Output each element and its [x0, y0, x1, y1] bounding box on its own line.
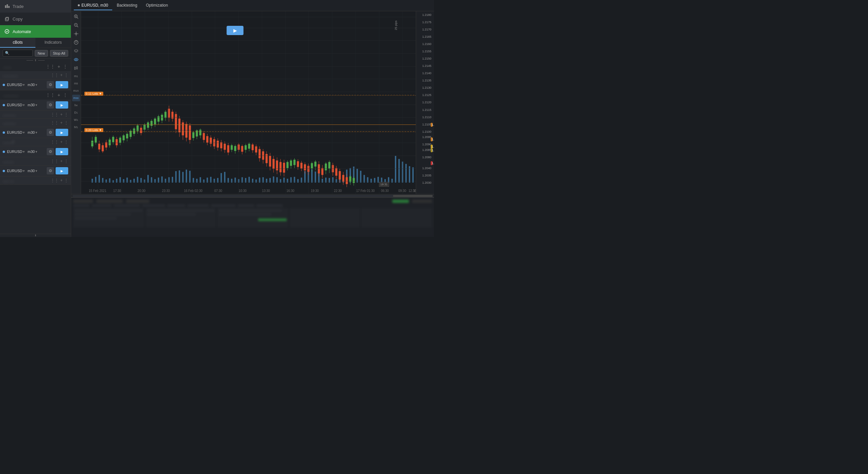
bot5-settings-button[interactable]: ⚙ [47, 167, 54, 175]
item6-more-icon[interactable]: ⋮ [64, 159, 68, 163]
item-manage-icon[interactable]: ⋮⋮ [51, 73, 59, 77]
svg-rect-250 [321, 168, 323, 175]
tf-m30[interactable]: m30 [72, 95, 80, 101]
bot3-settings-button[interactable]: ⚙ [47, 129, 54, 136]
price-1218: 1.2180 [422, 13, 431, 17]
scrollbar-thumb[interactable] [393, 195, 433, 197]
sidebar-item-automate[interactable]: Automate [0, 25, 71, 38]
svg-rect-184 [206, 136, 208, 143]
svg-rect-29 [109, 179, 110, 183]
eye-button[interactable] [72, 56, 80, 64]
tf-m1-mo[interactable]: M1 [72, 124, 80, 130]
callout-120574: 1.20574 [431, 137, 433, 141]
sidebar-item-copy[interactable]: Copy [0, 12, 71, 25]
bot4-settings-button[interactable]: ⚙ [47, 148, 54, 155]
tf-d1[interactable]: D1 [72, 109, 80, 116]
item-add-icon[interactable]: + [60, 73, 63, 77]
sidebar-item-trade[interactable]: Trade [0, 0, 71, 12]
tab-eurusd-m30[interactable]: EURUSD, m30 [74, 1, 112, 10]
item5-add-icon[interactable]: + [60, 140, 63, 144]
bot-run-button[interactable] [56, 81, 68, 88]
crosshair-button[interactable] [72, 30, 80, 38]
magnify-in-button[interactable] [72, 12, 80, 21]
svg-rect-47 [172, 177, 173, 182]
svg-rect-182 [203, 133, 205, 140]
chart-play-button[interactable]: ▶ [227, 26, 244, 35]
tab-cbots[interactable]: cBots [0, 38, 35, 48]
svg-rect-246 [314, 161, 316, 166]
list-item: ............. ⋮⋮ + ⋮ [0, 119, 71, 127]
price-1211: 1.2115 [422, 108, 431, 112]
item7-add-icon[interactable]: + [60, 178, 63, 183]
stop-all-button[interactable]: Stop All [50, 50, 68, 57]
svg-rect-67 [241, 177, 243, 182]
bot3-run-button[interactable] [56, 129, 68, 136]
svg-rect-27 [102, 178, 103, 183]
magnify-out-button[interactable] [72, 21, 80, 29]
chart-scrollbar[interactable] [71, 194, 434, 197]
item5-manage-icon[interactable]: ⋮⋮ [51, 140, 59, 144]
item7-manage-icon[interactable]: ⋮⋮ [51, 178, 59, 183]
item7-more-icon[interactable]: ⋮ [64, 178, 68, 183]
svg-rect-172 [185, 124, 187, 137]
item3-add-icon[interactable]: + [60, 112, 63, 117]
svg-rect-104 [370, 179, 372, 183]
tab-indicators[interactable]: Indicators [35, 38, 71, 48]
social-icon[interactable] [72, 38, 80, 46]
bot2-run-button[interactable] [56, 101, 68, 108]
new-button[interactable]: New [35, 50, 48, 57]
price-1217: 1.2175 [422, 21, 431, 24]
bot-settings-button[interactable]: ⚙ [47, 81, 54, 88]
sidebar-item-trade-label: Trade [12, 4, 24, 9]
item5-more-icon[interactable]: ⋮ [64, 140, 68, 144]
svg-rect-78 [280, 179, 281, 182]
svg-text:16 Feb 02:30: 16 Feb 02:30 [184, 189, 203, 193]
svg-rect-81 [290, 177, 292, 182]
svg-rect-34 [126, 178, 128, 183]
svg-text:23:30: 23:30 [162, 189, 170, 193]
svg-rect-226 [279, 162, 281, 172]
bot5-run-button[interactable] [56, 167, 68, 175]
item4-manage-icon[interactable]: ⋮⋮ [51, 121, 59, 125]
bot4-run-button[interactable] [56, 148, 68, 155]
tab-optimization[interactable]: Optimization [142, 1, 172, 10]
svg-rect-214 [258, 149, 260, 158]
tf-w1[interactable]: W1 [72, 117, 80, 123]
bot-list: ........ ⋮⋮ + ⋮ ............... ⋮⋮ + ⋮ E… [0, 62, 71, 234]
svg-rect-254 [329, 162, 330, 168]
candlestick-chart: 15 Feb 2021 17:30 20:30 23:30 16 Feb 02:… [81, 11, 416, 194]
item3-manage-icon[interactable]: ⋮⋮ [51, 112, 59, 117]
group2-add-icon[interactable]: + [58, 92, 60, 98]
item6-manage-icon[interactable]: ⋮⋮ [51, 159, 59, 163]
bot2-settings-button[interactable]: ⚙ [47, 101, 54, 108]
group2-more-icon[interactable]: ⋮ [63, 92, 67, 98]
svg-rect-94 [336, 179, 337, 182]
item4-add-icon[interactable]: + [60, 121, 63, 125]
chart-main[interactable]: 15 Feb 2021 17:30 20:30 23:30 16 Feb 02:… [81, 11, 416, 194]
automate-icon [4, 28, 10, 34]
group-manage-icon[interactable]: ⋮⋮ [46, 64, 55, 69]
scrollbar-track[interactable] [72, 195, 433, 197]
group-more-icon[interactable]: ⋮ [63, 64, 67, 69]
tf-m15[interactable]: m15 [72, 87, 80, 94]
sidebar-tabs: cBots Indicators [0, 38, 71, 48]
tf-m5[interactable]: m5 [72, 80, 80, 87]
svg-rect-176 [192, 132, 194, 138]
bot5-symbol: EURUSD ▾ m30 ▾ [7, 169, 37, 173]
item-more-icon[interactable]: ⋮ [64, 73, 68, 77]
search-box[interactable]: 🔍 [3, 50, 33, 57]
item6-add-icon[interactable]: + [60, 159, 63, 163]
price-level-orange [81, 124, 416, 125]
item3-more-icon[interactable]: ⋮ [64, 112, 68, 117]
item4-more-icon[interactable]: ⋮ [64, 121, 68, 125]
layers-button[interactable] [72, 47, 80, 55]
group-add-icon[interactable]: + [58, 64, 60, 69]
tf-h4[interactable]: h4 [72, 102, 80, 108]
svg-rect-206 [245, 145, 247, 150]
group2-manage-icon[interactable]: ⋮⋮ [46, 92, 55, 98]
chart-type-button[interactable] [72, 64, 80, 72]
bot-item-4: EURUSD ▾ m30 ▾ ⚙ [0, 146, 71, 157]
tf-m1[interactable]: m1 [72, 73, 80, 80]
tab-backtesting[interactable]: Backtesting [113, 1, 142, 10]
svg-rect-222 [273, 159, 274, 169]
